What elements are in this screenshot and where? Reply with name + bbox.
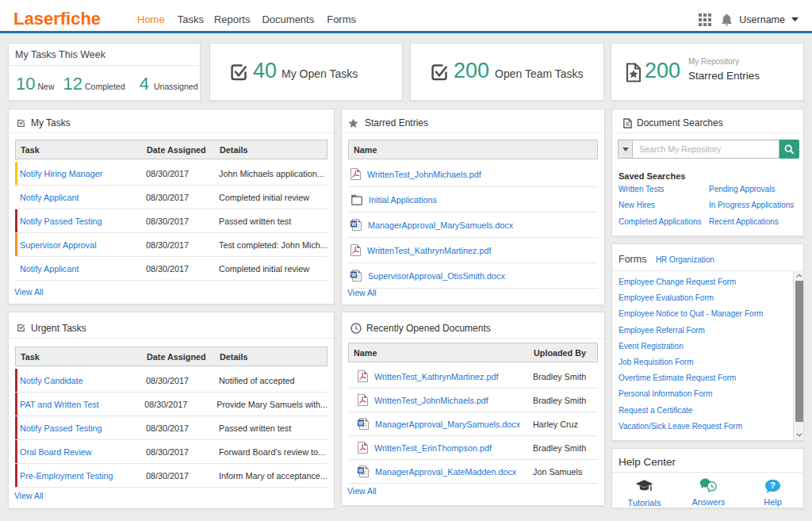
svg-text:?: ? <box>770 481 776 490</box>
svg-text:W: W <box>358 468 364 473</box>
svg-text:W: W <box>351 221 357 227</box>
svg-text:W: W <box>358 420 364 426</box>
svg-text:W: W <box>351 272 357 278</box>
